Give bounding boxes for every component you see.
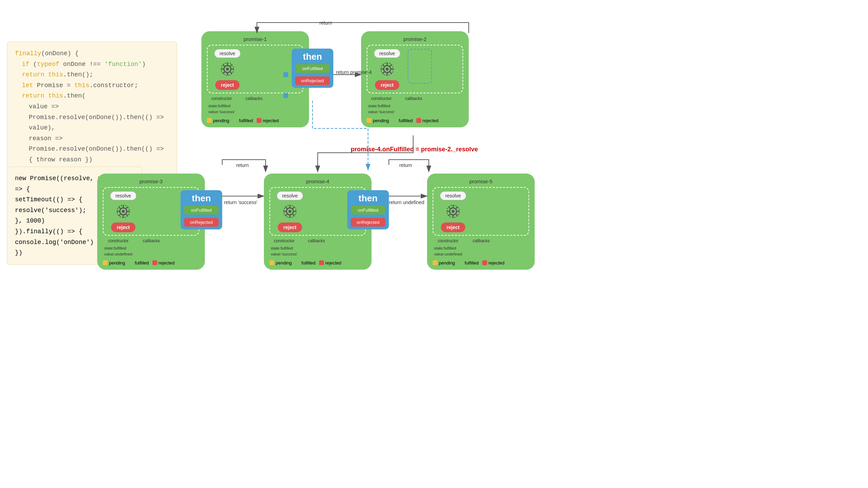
constructor-label-3: constructor	[104, 238, 132, 243]
reject-btn-2[interactable]: reject	[375, 80, 399, 90]
promise-2-label: promise-2	[367, 36, 463, 42]
return-label-2: return	[236, 162, 249, 168]
callbacks-label-3: callbacks	[143, 238, 160, 243]
resolve-btn-3[interactable]: resolve	[110, 191, 136, 200]
then-box-2: then onFulfilled onRejected	[181, 190, 222, 229]
blue-square-2	[283, 93, 288, 98]
return-success-label: return 'success'	[224, 200, 257, 205]
return-label-top: return	[319, 20, 332, 26]
legend-rejected-2: rejected	[416, 118, 439, 123]
state-info-3: state:fulfilled value:undefined	[104, 245, 132, 258]
gear-icon	[219, 61, 236, 77]
reject-btn-5[interactable]: reject	[441, 222, 465, 232]
on-fulfilled-2: onFulfilled	[184, 206, 219, 214]
promise-5-box: promise-5 resolve reject	[427, 174, 535, 270]
then-title-2: then	[184, 193, 219, 204]
promise-3-label: promise-3	[103, 178, 199, 184]
return-promise4-label: return promise-4	[336, 69, 372, 75]
blue-square-1	[283, 72, 288, 77]
legend-rejected: rejected	[257, 118, 279, 123]
constructor-col-4: resolve reject	[274, 191, 306, 232]
code-line: let Promise = this.constructor;	[15, 80, 169, 91]
state-info-5: state:fulfilled value:undefined	[434, 245, 462, 258]
state-info-2: state:fulfilled value:'success'	[368, 103, 395, 115]
promise-5-label: promise-5	[433, 178, 529, 184]
legend-pending: pending	[207, 118, 229, 123]
on-rejected-3: onRejected	[351, 218, 385, 227]
reject-btn[interactable]: reject	[215, 80, 239, 90]
svg-point-23	[122, 210, 125, 213]
legend-1: pending fulfilled rejected	[207, 118, 303, 123]
callbacks-label: callbacks	[245, 96, 262, 101]
on-rejected-2: onRejected	[184, 218, 219, 227]
resolve-btn[interactable]: resolve	[214, 49, 240, 58]
gear-icon-3	[115, 203, 132, 220]
state-info-4: state:fulfilled value:'success'	[271, 245, 298, 258]
callbacks-label-2: callbacks	[405, 96, 422, 101]
then-box-3: then onFulfilled onRejected	[347, 190, 389, 229]
reject-btn-3[interactable]: reject	[111, 222, 135, 232]
constructor-col-2: resolve reject	[372, 49, 403, 90]
promise-1-inner: resolve reject	[207, 45, 303, 93]
constructor-col: resolve reject	[212, 49, 243, 90]
promise-2-box: promise-2 resolve reject	[361, 31, 469, 127]
legend-3: pending fulfilled rejected	[103, 260, 199, 266]
constructor-label-2: constructor	[368, 96, 395, 101]
promise-1-label: promise-1	[207, 36, 303, 42]
gear-icon-4	[282, 203, 298, 220]
svg-point-1	[226, 68, 229, 70]
code-line: finally(onDone) {	[15, 48, 169, 59]
state-info: state:fulfilled value:'success'	[208, 103, 235, 115]
return-undefined-label: return undefined	[389, 200, 424, 205]
reject-btn-4[interactable]: reject	[278, 222, 302, 232]
then-title-3: then	[351, 193, 385, 204]
legend-2: pending fulfilled rejected	[367, 118, 463, 123]
constructor-col-5: resolve reject	[437, 191, 469, 232]
return-label-3: return	[399, 162, 412, 168]
special-label: promise-4.onFulfilled = promise-2._resol…	[351, 146, 478, 153]
legend-4: pending fulfilled rejected	[269, 260, 366, 266]
promise-4-label: promise-4	[269, 178, 366, 184]
gear-icon-2	[379, 61, 395, 77]
svg-point-12	[386, 68, 389, 70]
resolve-btn-4[interactable]: resolve	[277, 191, 303, 200]
constructor-col-3: resolve reject	[108, 191, 139, 232]
callbacks-label-4: callbacks	[308, 238, 325, 243]
svg-point-34	[289, 210, 291, 213]
on-fulfilled-1: onFulfilled	[295, 64, 330, 73]
promise-5-inner: resolve reject	[433, 187, 529, 236]
legend-fulfilled-2: fulfilled	[392, 118, 412, 123]
code-line: value => Promise.resolve(onDone()).then(…	[15, 101, 169, 133]
resolve-btn-2[interactable]: resolve	[374, 49, 400, 58]
constructor-label-5: constructor	[434, 238, 462, 243]
legend-fulfilled: fulfilled	[233, 118, 253, 123]
then-title-1: then	[295, 51, 330, 62]
resolve-btn-5[interactable]: resolve	[440, 191, 466, 200]
constructor-label: constructor	[208, 96, 235, 101]
gear-icon-5	[445, 203, 461, 220]
legend-pending-2: pending	[367, 118, 389, 123]
then-box-1: then onFulfilled onRejected	[292, 49, 333, 88]
legend-5: pending fulfilled rejected	[433, 260, 529, 266]
code-line: if (typeof onDone !== 'function') return…	[15, 59, 169, 80]
code-line: return this.then(	[15, 91, 169, 101]
svg-point-45	[452, 210, 454, 213]
promise-2-inner: resolve reject	[367, 45, 463, 93]
constructor-label-4: constructor	[271, 238, 298, 243]
on-fulfilled-3: onFulfilled	[351, 206, 385, 214]
code-line: reason => Promise.resolve(onDone()).then…	[15, 133, 169, 165]
on-rejected-1: onRejected	[295, 76, 330, 85]
callbacks-label-5: callbacks	[473, 238, 490, 243]
